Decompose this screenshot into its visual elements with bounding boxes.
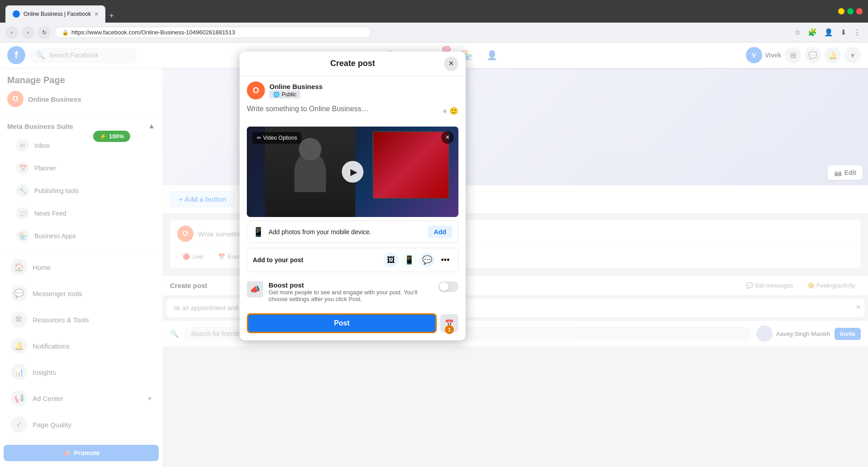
whatsapp-icon[interactable]: 📱 — [402, 253, 416, 267]
url-text: https://www.facebook.com/Online-Business… — [71, 29, 235, 36]
refresh-button[interactable]: ↻ — [38, 26, 51, 39]
bookmark-icon[interactable]: ☆ — [793, 26, 802, 38]
menu-icon[interactable]: ⋮ — [852, 26, 863, 38]
boost-title: Boost post — [269, 281, 433, 289]
boost-desc: Get more people to see and engage with y… — [269, 289, 433, 302]
progress-percent: 100% — [109, 133, 124, 140]
mobile-left: 📱 Add photos from your mobile device. — [253, 226, 371, 237]
modal-title: Create post — [330, 59, 375, 68]
play-button[interactable]: ▶ — [342, 161, 363, 183]
post-text-input[interactable] — [247, 105, 443, 123]
close-button[interactable] — [856, 8, 863, 14]
modal-page-info: O Online Business 🌐 Public — [247, 81, 458, 99]
forward-button[interactable]: › — [22, 26, 34, 39]
ssl-lock-icon: 🔒 — [62, 29, 69, 36]
boost-icon: 📣 — [247, 281, 263, 297]
mobile-device-icon: 📱 — [253, 226, 264, 237]
new-tab-button[interactable]: + — [105, 9, 118, 23]
profile-icon[interactable]: 👤 — [822, 26, 835, 38]
globe-icon: 🌐 — [273, 91, 280, 98]
maximize-button[interactable] — [847, 8, 854, 14]
boost-post-row: 📣 Boost post Get more people to see and … — [247, 277, 458, 307]
video-close-button[interactable]: × — [441, 131, 454, 144]
add-to-post-label: Add to your post — [253, 256, 303, 264]
modal-page-details: Online Business 🌐 Public — [269, 83, 323, 99]
add-to-post-icons: 🖼 📱 💬 ••• — [384, 253, 453, 267]
person-silhouette — [294, 151, 326, 192]
progress-badge-container: ⚡ 100% — [93, 131, 130, 142]
post-button[interactable]: Post — [247, 313, 437, 333]
toggle-knob — [439, 282, 448, 291]
active-tab[interactable]: Online Business | Facebook × — [5, 5, 105, 23]
public-label: Public — [282, 91, 297, 98]
modal-page-name: Online Business — [269, 83, 323, 90]
text-area-row: 🙂 — [247, 105, 458, 123]
more-options-icon[interactable]: ••• — [438, 253, 453, 267]
address-bar[interactable]: 🔒 https://www.facebook.com/Online-Busine… — [54, 27, 371, 38]
modal-page-avatar: O — [247, 81, 265, 99]
modal-header: Create post × — [240, 52, 466, 76]
modal-close-button[interactable]: × — [444, 57, 458, 71]
post-button-row: Post 📅 1 — [247, 311, 458, 335]
lightning-icon: ⚡ — [99, 133, 107, 140]
modal-public-badge[interactable]: 🌐 Public — [269, 90, 300, 99]
tab-favicon — [13, 10, 20, 18]
add-to-post-row: Add to your post 🖼 📱 💬 ••• — [247, 248, 458, 272]
add-mobile-button[interactable]: Add — [428, 226, 453, 238]
tab-title: Online Business | Facebook — [24, 11, 91, 17]
boost-toggle[interactable] — [439, 281, 458, 292]
minimize-button[interactable] — [838, 8, 844, 14]
browser-chrome: Online Business | Facebook × + — [0, 0, 868, 23]
pencil-icon: ✏ — [257, 135, 261, 141]
video-options-button[interactable]: ✏ Video Options — [252, 132, 302, 144]
photo-icon[interactable]: 🖼 — [384, 253, 398, 267]
modal-overlay: ⚡ 100% Create post × O Online Business — [0, 42, 868, 467]
video-screen — [373, 131, 449, 199]
tab-close-icon[interactable]: × — [94, 10, 98, 18]
mobile-text: Add photos from your mobile device. — [269, 228, 371, 236]
dot-indicator — [443, 109, 447, 113]
boost-info: Boost post Get more people to see and en… — [269, 281, 433, 302]
emoji-icon[interactable]: 🙂 — [449, 107, 458, 115]
share-icon[interactable]: 💬 — [420, 253, 434, 267]
navigation-bar: ‹ › ↻ 🔒 https://www.facebook.com/Online-… — [0, 23, 868, 42]
video-container: ▶ ✏ Video Options × — [247, 127, 458, 217]
post-number-indicator: 1 — [445, 325, 454, 334]
back-button[interactable]: ‹ — [5, 26, 18, 39]
play-icon: ▶ — [350, 166, 357, 177]
screen-content — [373, 132, 448, 198]
emoji-row: 🙂 — [443, 105, 458, 115]
extensions-icon[interactable]: 🧩 — [806, 26, 819, 38]
nav-icons: ☆ 🧩 👤 ⬇ ⋮ — [793, 26, 863, 38]
head-silhouette — [299, 138, 321, 160]
progress-badge: ⚡ 100% — [93, 131, 130, 142]
facebook-container: f 🔍 🏠 👥 📺 29 🏪 👤 V Vivek ⊞ 💬 🔔 ▾ — [0, 42, 868, 467]
downloads-icon[interactable]: ⬇ — [839, 26, 848, 38]
mobile-device-row: 📱 Add photos from your mobile device. Ad… — [247, 221, 458, 243]
post-schedule-container: 📅 1 — [440, 314, 458, 332]
create-post-modal: Create post × O Online Business 🌐 Public — [240, 52, 466, 340]
browser-tabs: Online Business | Facebook × + — [5, 0, 835, 23]
modal-body: O Online Business 🌐 Public 🙂 — [240, 76, 466, 340]
